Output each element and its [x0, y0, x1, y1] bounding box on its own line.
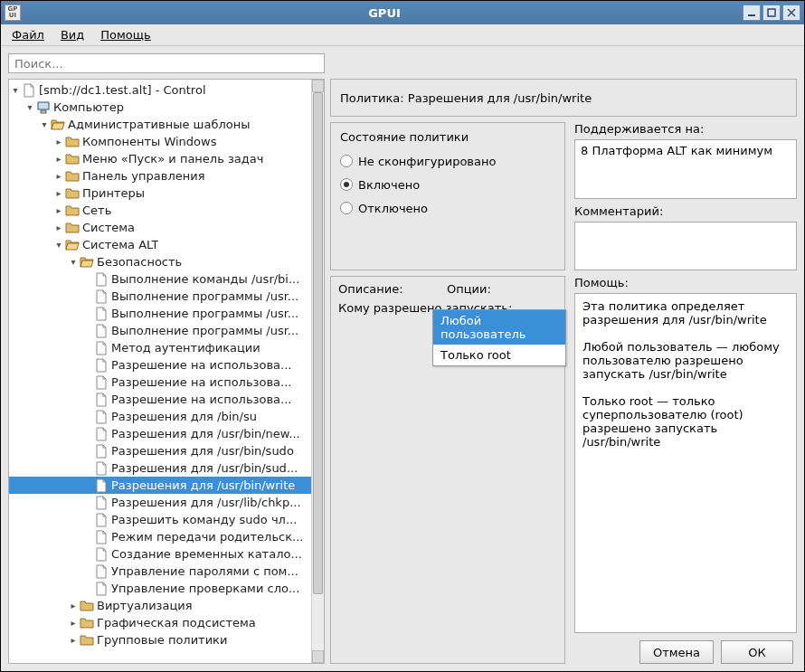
radio-not-configured[interactable]: Не сконфигурировано — [340, 149, 555, 173]
tree-policy-item[interactable]: Разрешение на использова... — [9, 356, 311, 374]
tree-folder[interactable]: ▸Принтеры — [9, 185, 311, 202]
main-window: GP UI GPUI Файл Вид Помощь ▾ — [0, 0, 805, 672]
tree-scrollbar[interactable] — [311, 80, 324, 663]
radio-icon — [340, 178, 353, 191]
tree-folder[interactable]: ▸Групповые политики — [9, 631, 311, 648]
minimize-button[interactable] — [743, 5, 761, 21]
tree-folder[interactable]: ▸Виртуализация — [9, 597, 311, 614]
tree-item-label: Разрешение на использова... — [111, 375, 291, 389]
document-icon — [94, 289, 109, 304]
scroll-thumb[interactable] — [313, 92, 323, 594]
tree-policy-item[interactable]: Разрешить команду sudo чл... — [9, 511, 311, 528]
tree-item-label: Разрешить команду sudo чл... — [111, 513, 297, 526]
chevron-right-icon[interactable]: ▸ — [67, 601, 80, 610]
chevron-right-icon[interactable]: ▸ — [67, 635, 80, 645]
search-input[interactable] — [8, 53, 325, 73]
tree-system-alt[interactable]: ▾Система ALT — [9, 236, 311, 253]
menubar: Файл Вид Помощь — [1, 24, 804, 46]
tree-computer[interactable]: ▾Компьютер — [9, 99, 311, 116]
tree-folder[interactable]: ▸Система — [9, 219, 311, 236]
tree-item-label: Система ALT — [82, 238, 158, 251]
close-button[interactable] — [782, 5, 800, 21]
options-dropdown[interactable]: Любой пользователь Только root — [432, 309, 566, 366]
scroll-up-icon[interactable] — [312, 80, 324, 92]
policy-state-group: Состояние политики Не сконфигурировано В… — [330, 122, 565, 270]
tree-policy-item[interactable]: Разрешения для /usr/lib/chkp... — [9, 494, 311, 511]
tree-item-label: Выполнение программы /usr... — [111, 307, 298, 320]
chevron-down-icon[interactable]: ▾ — [52, 240, 65, 250]
option-root-only[interactable]: Только root — [433, 345, 565, 365]
tree-item-label: [smb://dc1.test.alt] - Control — [39, 83, 206, 97]
chevron-right-icon[interactable]: ▸ — [52, 222, 65, 232]
svg-rect-4 — [38, 102, 49, 109]
tree-folder[interactable]: ▸Графическая подсистема — [9, 614, 311, 631]
tree-policy-item[interactable]: Выполнение программы /usr... — [9, 322, 311, 339]
tree-item-label: Разрешение на использова... — [111, 393, 291, 406]
tree-policy-item[interactable]: Разрешения для /usr/bin/write — [9, 477, 311, 494]
document-icon — [94, 324, 109, 338]
description-group: Описание: Опции: Кому разрешено запускат… — [330, 276, 565, 664]
chevron-down-icon[interactable]: ▾ — [38, 119, 51, 129]
tree-policy-item[interactable]: Разрешения для /usr/bin/sud... — [9, 459, 311, 477]
document-icon — [94, 341, 109, 355]
ok-button[interactable]: ОК — [721, 640, 793, 664]
chevron-right-icon[interactable]: ▸ — [52, 154, 65, 164]
radio-disabled[interactable]: Отключено — [340, 196, 555, 220]
cancel-button[interactable]: Отмена — [639, 640, 714, 664]
tree-folder[interactable]: ▸Компоненты Windows — [9, 133, 311, 150]
tree-folder[interactable]: ▸Сеть — [9, 202, 311, 219]
tree-item-label: Сеть — [82, 203, 111, 217]
chevron-right-icon[interactable]: ▸ — [52, 137, 65, 147]
chevron-right-icon[interactable]: ▸ — [52, 188, 65, 198]
policy-editor: Политика: Разрешения для /usr/bin/write … — [330, 79, 797, 664]
document-icon — [94, 478, 109, 493]
menu-view[interactable]: Вид — [53, 25, 91, 44]
chevron-right-icon[interactable]: ▸ — [52, 171, 65, 181]
option-any-user[interactable]: Любой пользователь — [433, 310, 565, 345]
tree-item-label: Компьютер — [53, 100, 124, 114]
comment-input[interactable] — [574, 222, 797, 270]
chevron-down-icon[interactable]: ▾ — [67, 257, 80, 267]
folder-icon — [65, 238, 80, 252]
document-icon — [94, 358, 109, 373]
chevron-down-icon[interactable]: ▾ — [9, 85, 22, 95]
tree-policy-item[interactable]: Создание временных катало... — [9, 545, 311, 563]
tree-item-label: Выполнение программы /usr... — [111, 324, 298, 337]
menu-help[interactable]: Помощь — [93, 25, 157, 44]
tree-policy-item[interactable]: Разрешение на использова... — [9, 391, 311, 408]
tree-policy-item[interactable]: Управление паролями с пом... — [9, 563, 311, 580]
tree-policy-item[interactable]: Управление проверками сло... — [9, 580, 311, 597]
scroll-down-icon[interactable] — [312, 650, 324, 663]
maximize-button[interactable] — [762, 5, 781, 21]
folder-icon — [80, 633, 94, 648]
tree-policy-item[interactable]: Метод аутентификации — [9, 339, 311, 356]
tree-item-label: Управление проверками сло... — [111, 582, 299, 595]
tree-policy-item[interactable]: Выполнение программы /usr... — [9, 305, 311, 322]
chevron-down-icon[interactable]: ▾ — [24, 102, 36, 112]
tree-policy-item[interactable]: Разрешение на использова... — [9, 374, 311, 391]
document-icon — [94, 496, 109, 510]
tree-item-label: Разрешения для /usr/bin/sud... — [111, 461, 298, 475]
tree-item-label: Групповые политики — [97, 633, 227, 647]
tree-security[interactable]: ▾Безопасность — [9, 253, 311, 270]
chevron-right-icon[interactable]: ▸ — [67, 618, 80, 628]
folder-icon — [65, 169, 80, 184]
tree-policy-item[interactable]: Выполнение команды /usr/bi... — [9, 270, 311, 288]
tree-folder[interactable]: ▸Меню «Пуск» и панель задач — [9, 150, 311, 167]
supported-on-text: 8 Платформа ALT как минимум — [574, 139, 797, 199]
policy-state-label: Состояние политики — [340, 130, 555, 144]
chevron-right-icon[interactable]: ▸ — [52, 205, 65, 215]
folder-icon — [80, 599, 94, 613]
tree-folder[interactable]: ▸Панель управления — [9, 167, 311, 185]
tree-policy-item[interactable]: Выполнение программы /usr... — [9, 288, 311, 305]
tree-policy-item[interactable]: Разрешения для /usr/bin/new... — [9, 425, 311, 442]
tree-policy-item[interactable]: Разрешения для /usr/bin/sudo — [9, 442, 311, 459]
radio-enabled[interactable]: Включено — [340, 173, 555, 196]
tree-policy-item[interactable]: Разрешения для /bin/su — [9, 408, 311, 425]
tree-root[interactable]: ▾[smb://dc1.test.alt] - Control — [9, 81, 311, 99]
menu-file[interactable]: Файл — [5, 25, 52, 44]
folder-icon — [65, 203, 80, 218]
tree-admin-templates[interactable]: ▾Административные шаблоны — [9, 116, 311, 133]
folder-icon — [51, 118, 65, 132]
tree-policy-item[interactable]: Режим передачи родительск... — [9, 528, 311, 545]
